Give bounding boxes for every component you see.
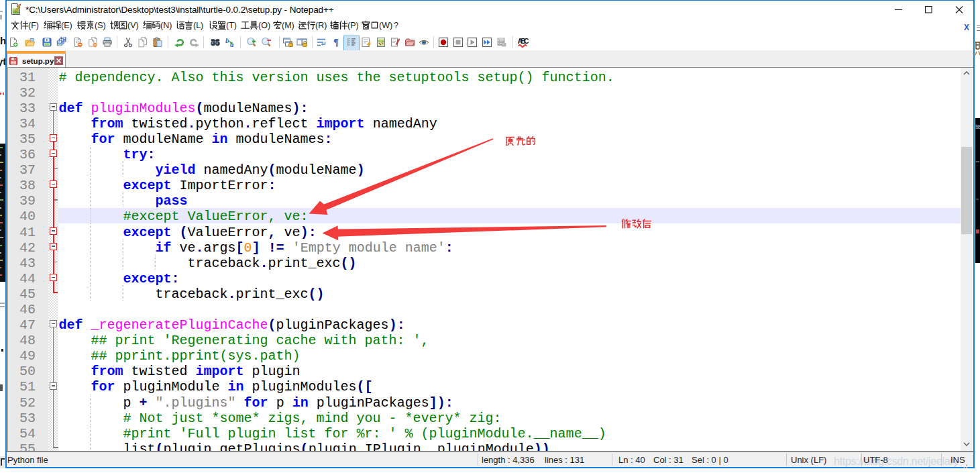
svg-text:b: b [225, 37, 229, 44]
svg-text:ABC: ABC [518, 37, 529, 45]
svg-text:¶: ¶ [333, 37, 339, 48]
